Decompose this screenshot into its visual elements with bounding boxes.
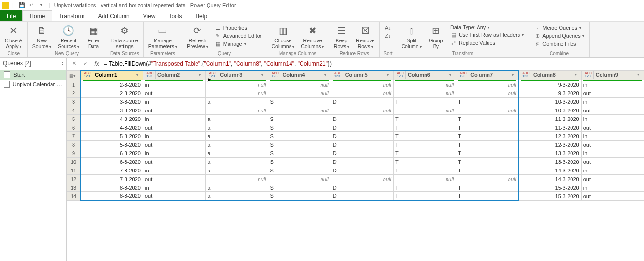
cell[interactable]: T (456, 183, 519, 192)
cell[interactable]: out (143, 158, 205, 166)
cell[interactable]: a (206, 192, 268, 201)
cell[interactable]: 11-3-2020 (519, 115, 581, 123)
cell[interactable]: null (206, 80, 268, 89)
cell[interactable]: out (143, 192, 205, 201)
cell[interactable]: 13-3-2020 (519, 158, 581, 166)
properties-button[interactable]: ☰Properties (213, 24, 264, 31)
cell[interactable]: a (206, 149, 268, 158)
cell[interactable]: T (393, 192, 456, 201)
cell[interactable]: T (456, 149, 519, 158)
tab-file[interactable]: File (0, 10, 22, 21)
tab-help[interactable]: Help (188, 10, 214, 21)
cell[interactable]: null (331, 89, 393, 98)
table-row[interactable]: 22-3-2020outnullnullnullnullnull9-3-2020… (67, 89, 644, 98)
column-header[interactable]: ABC123Column7▾ (456, 70, 519, 80)
cell[interactable]: null (456, 106, 519, 115)
recent-sources-button[interactable]: 🕓 Recent Sources (55, 23, 82, 50)
cell[interactable]: a (206, 132, 268, 141)
cell[interactable]: S (268, 149, 331, 158)
table-row[interactable]: 96-3-2020inaSDTT13-3-2020in (67, 149, 644, 158)
cell[interactable]: null (268, 106, 331, 115)
cell[interactable]: in (581, 115, 644, 123)
cell[interactable]: S (268, 192, 331, 201)
cell[interactable]: 7-3-2020 (80, 166, 143, 175)
table-row[interactable]: 148-3-2020outaSDTT15-3-2020out (67, 192, 644, 201)
cell[interactable]: out (581, 175, 644, 183)
split-column-button[interactable]: ⫿ Split Column (398, 23, 424, 50)
cell[interactable]: out (581, 141, 644, 149)
cell[interactable]: T (393, 98, 456, 106)
datatype-icon[interactable]: ABC123 (333, 71, 343, 79)
cell[interactable]: out (581, 158, 644, 166)
cell[interactable]: null (331, 80, 393, 89)
fx-icon[interactable]: fx (93, 60, 101, 68)
cell[interactable]: 10-3-2020 (519, 106, 581, 115)
filter-icon[interactable]: ▾ (509, 73, 516, 77)
sort-asc-button[interactable]: A↓ (383, 24, 393, 31)
cell[interactable]: a (206, 123, 268, 132)
cell[interactable]: 6-3-2020 (80, 149, 143, 158)
save-icon[interactable]: 💾 (18, 1, 26, 10)
cell[interactable]: null (393, 175, 456, 183)
cell[interactable]: D (331, 123, 393, 132)
cell[interactable]: out (143, 89, 205, 98)
cell[interactable]: null (268, 80, 331, 89)
column-header[interactable]: ABC123Column2▾ (143, 70, 205, 80)
cell[interactable]: 2-3-2020 (80, 80, 143, 89)
cell[interactable]: T (393, 115, 456, 123)
datatype-icon[interactable]: ABC123 (208, 71, 218, 79)
cell[interactable]: in (143, 115, 205, 123)
cell[interactable]: T (456, 166, 519, 175)
table-row[interactable]: 54-3-2020inaSDTT11-3-2020in (67, 115, 644, 123)
filter-icon[interactable]: ▾ (572, 72, 579, 77)
cell[interactable]: a (206, 183, 268, 192)
filter-icon[interactable]: ▾ (197, 73, 203, 77)
data-source-settings-button[interactable]: ⚙ Data source settings (108, 23, 141, 50)
group-by-button[interactable]: ⊞ Group By (426, 23, 447, 50)
datatype-icon[interactable]: ABC123 (270, 71, 280, 79)
column-header[interactable]: ABC123Column6▾ (393, 70, 456, 80)
cell[interactable]: out (581, 192, 644, 201)
row-number[interactable]: 12 (67, 175, 81, 183)
cell[interactable]: in (581, 149, 644, 158)
cell[interactable]: 4-3-2020 (80, 115, 143, 123)
cell[interactable]: T (456, 123, 519, 132)
cell[interactable]: T (456, 141, 519, 149)
cell[interactable]: 15-3-2020 (519, 183, 581, 192)
enter-data-button[interactable]: ▦ Enter Data (83, 23, 104, 50)
cell[interactable]: a (206, 115, 268, 123)
cell[interactable]: null (393, 106, 456, 115)
table-row[interactable]: 33-3-2020inaSDTT10-3-2020in (67, 98, 644, 106)
cell[interactable]: D (331, 98, 393, 106)
collapse-icon[interactable]: ‹ (62, 60, 63, 67)
cell[interactable]: T (456, 192, 519, 201)
cell[interactable]: S (268, 98, 331, 106)
cell[interactable]: S (268, 123, 331, 132)
refresh-preview-button[interactable]: ⟳ Refresh Preview (184, 23, 211, 50)
cell[interactable]: a (206, 166, 268, 175)
cell[interactable]: null (456, 80, 519, 89)
cell[interactable]: T (393, 183, 456, 192)
cell[interactable]: 12-3-2020 (519, 132, 581, 141)
row-number[interactable]: 5 (67, 115, 81, 123)
table-row[interactable]: 117-3-2020inaSDTT14-3-2020in (67, 166, 644, 175)
cell[interactable]: T (456, 158, 519, 166)
filter-icon[interactable]: ▾ (134, 73, 141, 77)
cell[interactable]: D (331, 183, 393, 192)
cell[interactable]: 6-3-2020 (80, 158, 143, 166)
cell[interactable]: T (393, 158, 456, 166)
column-header[interactable]: ABC123Column9▾ (581, 70, 644, 80)
cell[interactable]: a (206, 98, 268, 106)
remove-columns-button[interactable]: ✖ Remove Columns (298, 23, 327, 50)
table-row[interactable]: 75-3-2020inaSDTT12-3-2020in (67, 132, 644, 141)
cell[interactable]: in (581, 183, 644, 192)
cell[interactable]: 8-3-2020 (80, 192, 143, 201)
tab-tools[interactable]: Tools (162, 10, 188, 21)
cell[interactable]: T (456, 98, 519, 106)
cell[interactable]: in (581, 132, 644, 141)
table-row[interactable]: 138-3-2020inaSDTT15-3-2020in (67, 183, 644, 192)
row-number[interactable]: 2 (67, 89, 81, 98)
row-number[interactable]: 6 (67, 123, 81, 132)
tab-home[interactable]: Home (22, 10, 52, 21)
column-header[interactable]: ABC123Column1▾ (80, 70, 143, 80)
